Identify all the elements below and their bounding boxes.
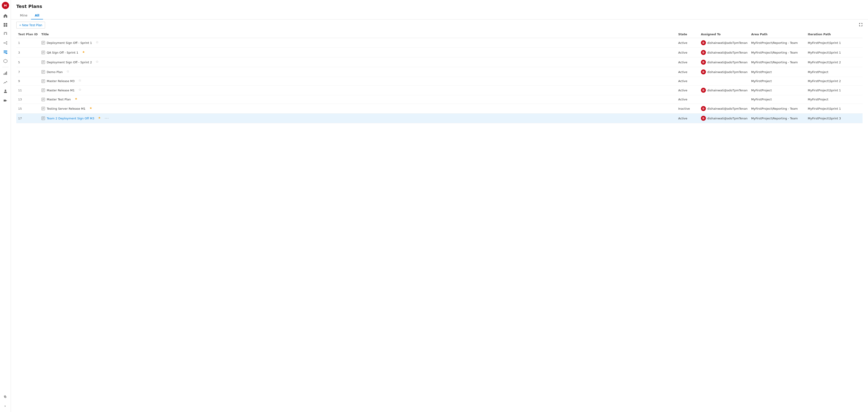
star-icon[interactable] — [78, 79, 82, 83]
cell-title: Deployment Sign Off - Sprint 2 — [40, 58, 677, 67]
table-row: 13Master Test PlanActiveMyFirstProjectMy… — [16, 95, 863, 104]
assigned-name: dishainwati@adoTpmTenan — [707, 117, 748, 120]
star-icon[interactable] — [74, 98, 78, 101]
svg-point-5 — [6, 41, 7, 42]
cell-assigned-to: Ddishainwati@adoTpmTenan — [699, 113, 749, 123]
assigned-avatar: D — [701, 116, 706, 121]
col-header-title: Title — [40, 31, 677, 38]
title-text: Master Release M3 — [47, 79, 75, 83]
tab-mine[interactable]: Mine — [16, 12, 31, 20]
cell-assigned-to — [699, 95, 749, 104]
cell-id: 1 — [16, 38, 40, 48]
assigned-avatar: D — [701, 50, 706, 55]
cell-area-path: MyFirstProject\Reporting - Team — [749, 58, 806, 67]
star-icon[interactable] — [98, 116, 101, 120]
tab-all[interactable]: All — [31, 12, 43, 20]
test-plan-row-icon — [41, 79, 45, 83]
cell-id: 3 — [16, 48, 40, 58]
cell-area-path: MyFirstProject — [749, 77, 806, 85]
col-header-state: State — [677, 31, 699, 38]
settings-icon[interactable] — [1, 393, 9, 401]
test-plans-table-container: Test Plan ID Title State Assigned To Are… — [11, 31, 868, 412]
boards-icon[interactable] — [1, 21, 9, 29]
cell-state: Active — [677, 48, 699, 58]
star-icon[interactable] — [66, 70, 69, 74]
assigned-avatar: D — [701, 69, 706, 74]
test-plan-row-icon — [41, 116, 45, 120]
collapse-sidebar-button[interactable] — [1, 402, 9, 410]
svg-point-4 — [4, 42, 5, 44]
cell-title: Master Release M1 — [40, 85, 677, 95]
title-text: Deployment Sign Off - Sprint 1 — [47, 41, 92, 44]
stakeholder-icon[interactable] — [1, 87, 9, 95]
filter-icon[interactable] — [853, 23, 857, 28]
artifacts-icon[interactable] — [1, 57, 9, 65]
cell-title: Master Release M3 — [40, 77, 677, 85]
cell-iteration-path: MyFirstProject\Sprint 1 — [806, 48, 863, 58]
cell-title: QA Sign Off - Sprint 1 — [40, 48, 677, 58]
svg-rect-7 — [4, 73, 4, 75]
cell-iteration-path: MyFirstProject\Sprint 1 — [806, 85, 863, 95]
cell-assigned-to: Ddishainwati@adoTpmTenan — [699, 104, 749, 113]
cell-state: Active — [677, 85, 699, 95]
fullscreen-icon[interactable] — [859, 23, 863, 27]
page-title: Test Plans — [16, 4, 863, 9]
svg-point-10 — [4, 90, 6, 91]
col-header-area: Area Path — [749, 31, 806, 38]
svg-rect-3 — [6, 25, 7, 27]
col-header-assigned: Assigned To — [699, 31, 749, 38]
table-row: 1Deployment Sign Off - Sprint 1ActiveDdi… — [16, 38, 863, 48]
test-plans-nav-icon[interactable] — [1, 48, 9, 56]
cell-title: Demo Plan — [40, 67, 677, 77]
more-options-button[interactable]: ··· — [104, 116, 109, 120]
sidebar-bottom — [1, 393, 9, 410]
table-row: 15Testing Server Release M1InactiveDdish… — [16, 104, 863, 113]
star-icon[interactable] — [96, 41, 99, 45]
cell-id: 15 — [16, 104, 40, 113]
cell-title: Testing Server Release M1 — [40, 104, 677, 113]
cell-assigned-to: Ddishainwati@adoTpmTenan — [699, 38, 749, 48]
main-content: Test Plans Mine All + New Test Plan Test… — [11, 0, 868, 412]
new-test-plan-button[interactable]: + New Test Plan — [16, 22, 45, 29]
delivery-icon[interactable] — [1, 96, 9, 104]
test-plan-row-icon — [41, 50, 45, 54]
test-plan-row-icon — [41, 107, 45, 110]
table-header-row: Test Plan ID Title State Assigned To Are… — [16, 31, 863, 38]
home-icon[interactable] — [1, 12, 9, 20]
table-row: 11Master Release M1ActiveDdishainwati@ad… — [16, 85, 863, 95]
test-plans-table: Test Plan ID Title State Assigned To Are… — [16, 31, 863, 123]
cell-id: 9 — [16, 77, 40, 85]
star-icon[interactable] — [82, 50, 85, 55]
repos-icon[interactable] — [1, 30, 9, 38]
title-text: Master Test Plan — [47, 98, 71, 101]
cell-state: Active — [677, 95, 699, 104]
cell-area-path: MyFirstProject\Reporting - Team — [749, 48, 806, 58]
title-text: Testing Server Release M1 — [47, 107, 86, 110]
title-link[interactable]: Team 2 Deployment Sign Off M3 — [47, 117, 94, 120]
assigned-avatar: D — [701, 60, 706, 65]
sidebar: M — [0, 0, 11, 412]
cell-iteration-path: MyFirstProject — [806, 95, 863, 104]
cell-area-path: MyFirstProject\Reporting - Team — [749, 104, 806, 113]
star-icon[interactable] — [78, 89, 82, 92]
star-icon[interactable] — [96, 60, 99, 64]
cell-assigned-to: Ddishainwati@adoTpmTenan — [699, 48, 749, 58]
cell-iteration-path: MyFirstProject\Sprint 3 — [806, 113, 863, 123]
reports-icon[interactable] — [1, 69, 9, 77]
cell-state: Active — [677, 58, 699, 67]
toolbar-right — [853, 23, 863, 28]
assigned-avatar: D — [701, 88, 706, 93]
title-text: Deployment Sign Off - Sprint 2 — [47, 61, 92, 64]
pipelines-icon[interactable] — [1, 39, 9, 47]
analytics-icon[interactable] — [1, 78, 9, 86]
cell-id: 5 — [16, 58, 40, 67]
cell-title: Master Test Plan — [40, 95, 677, 104]
user-avatar[interactable]: M — [2, 2, 9, 9]
star-icon[interactable] — [89, 107, 92, 111]
cell-iteration-path: MyFirstProject\Sprint 2 — [806, 58, 863, 67]
test-plan-row-icon — [41, 70, 45, 74]
assigned-name: dishainwati@adoTpmTenan — [707, 89, 748, 92]
cell-assigned-to: Ddishainwati@adoTpmTenan — [699, 58, 749, 67]
cell-area-path: MyFirstProject — [749, 95, 806, 104]
table-row: 17Team 2 Deployment Sign Off M3···Active… — [16, 113, 863, 123]
